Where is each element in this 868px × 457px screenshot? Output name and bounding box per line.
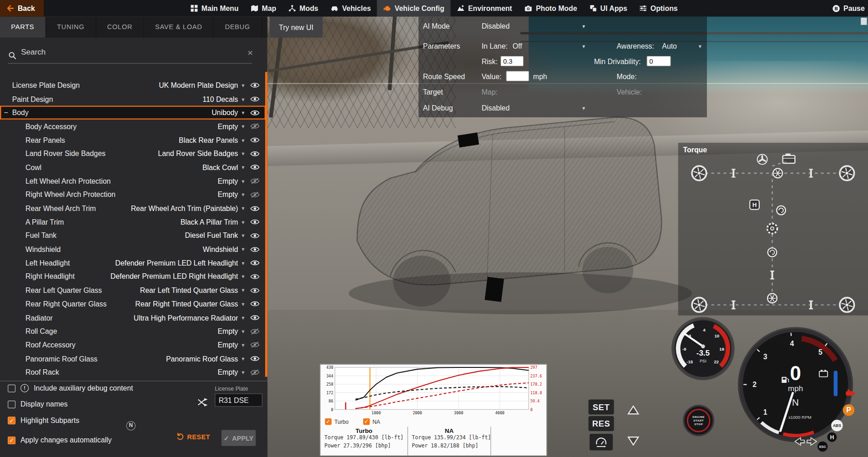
visibility-eye-icon[interactable]	[248, 96, 261, 103]
cruise-down-arrow[interactable]	[627, 436, 640, 446]
min-drivability-input[interactable]	[646, 56, 671, 66]
option-row[interactable]: ✓Highlight Subparts	[0, 412, 133, 428]
part-value[interactable]: UK Modern Plate Design	[159, 81, 238, 90]
tab-debug[interactable]: DEBUG	[214, 17, 262, 38]
chevron-down-icon[interactable]: ▾	[238, 342, 248, 348]
chevron-down-icon[interactable]: ▾	[238, 178, 248, 184]
cruise-res-button[interactable]: RES	[589, 416, 614, 431]
chevron-down-icon[interactable]: ▾	[582, 105, 585, 111]
part-row[interactable]: A Pillar TrimBlack A Pillar Trim▾	[0, 215, 266, 229]
menu-item-photo-mode[interactable]: Photo Mode	[518, 0, 583, 17]
part-row[interactable]: Right Wheel Arch ProtectionEmpty▾	[0, 188, 266, 201]
menu-item-environment[interactable]: Environment	[450, 0, 518, 17]
part-row[interactable]: Left Wheel Arch ProtectionEmpty▾	[0, 174, 266, 188]
part-row[interactable]: −BodyUnibody▾	[0, 106, 266, 120]
cruise-up-arrow[interactable]	[627, 405, 640, 415]
legend-item-turbo[interactable]: ✓Turbo	[325, 418, 348, 425]
part-row[interactable]: CowlBlack Cowl▾	[0, 161, 266, 174]
engine-start-stop-button[interactable]: ENGINESTARTSTOP	[684, 406, 714, 436]
chevron-down-icon[interactable]: ▾	[238, 369, 248, 375]
parts-scrollbar[interactable]	[265, 72, 267, 377]
visibility-eye-icon[interactable]	[248, 137, 261, 144]
chevron-down-icon[interactable]: ▾	[238, 328, 248, 334]
visibility-eye-icon[interactable]	[248, 355, 261, 362]
part-value[interactable]: Land Rover Side Badges	[158, 150, 238, 158]
in-lane-value[interactable]: Off	[513, 42, 522, 50]
chevron-down-icon[interactable]: ▾	[238, 287, 248, 293]
chevron-down-icon[interactable]: ▾	[238, 315, 248, 321]
part-row[interactable]: Roll CageEmpty▾	[0, 325, 266, 338]
chevron-down-icon[interactable]: ▾	[238, 274, 248, 280]
checkbox-checked-icon[interactable]: ✓	[325, 418, 332, 425]
part-value[interactable]: Rear Right Tinted Quarter Glass	[135, 300, 238, 308]
chevron-down-icon[interactable]: ▾	[238, 233, 248, 239]
part-value[interactable]: Black Cowl	[202, 163, 238, 171]
part-value[interactable]: Empty	[217, 368, 238, 377]
part-value[interactable]: Windshield	[203, 245, 238, 253]
part-row[interactable]: Roof RackEmpty▾	[0, 366, 266, 377]
visibility-eye-icon[interactable]	[248, 301, 261, 307]
tab-save-load[interactable]: SAVE & LOAD	[144, 17, 214, 38]
part-row[interactable]: RadiatorUltra High Performance Radiator▾	[0, 311, 266, 324]
chevron-down-icon[interactable]: ▾	[238, 82, 248, 88]
visibility-eye-off-icon[interactable]	[248, 191, 261, 198]
menu-item-ui-apps[interactable]: UI Apps	[583, 0, 633, 17]
try-new-ui-button[interactable]: Try new UI	[270, 17, 323, 38]
checkbox-unchecked-icon[interactable]	[8, 384, 15, 392]
visibility-eye-icon[interactable]	[248, 205, 261, 212]
option-row[interactable]: !Include auxiliary debug content	[0, 380, 133, 396]
awareness-value[interactable]: Auto	[662, 42, 677, 50]
chevron-down-icon[interactable]: ▾	[238, 96, 248, 102]
chevron-down-icon[interactable]: ▾	[582, 43, 585, 49]
ai-debug-value[interactable]: Disabled	[482, 104, 510, 112]
menu-item-vehicle-config[interactable]: Vehicle Config	[377, 0, 450, 17]
visibility-eye-icon[interactable]	[248, 110, 261, 116]
part-value[interactable]: Ultra High Performance Radiator	[134, 313, 238, 321]
part-value[interactable]: 110 Decals	[202, 95, 238, 103]
part-row[interactable]: Rear PanelsBlack Rear Panels▾	[0, 133, 266, 147]
part-row[interactable]: Left HeadlightDefender Premium LED Left …	[0, 256, 266, 270]
collapse-indicator[interactable]: −	[4, 109, 8, 117]
part-value[interactable]: Empty	[217, 177, 238, 185]
menu-item-main-menu[interactable]: Main Menu	[184, 0, 245, 17]
part-value[interactable]: Black Rear Panels	[179, 136, 238, 144]
part-value[interactable]: Empty	[217, 327, 238, 335]
reset-button[interactable]: RESET	[176, 432, 210, 442]
chevron-down-icon[interactable]: ▾	[238, 164, 248, 170]
part-row[interactable]: Fuel TankDiesel Fuel Tank▾	[0, 229, 266, 242]
checkbox-checked-icon[interactable]: ✓	[8, 436, 15, 444]
back-button[interactable]: Back	[0, 0, 44, 17]
visibility-eye-icon[interactable]	[248, 273, 261, 280]
part-row[interactable]: Rear Right Quarter GlassRear Right Tinte…	[0, 297, 266, 311]
part-row[interactable]: License Plate DesignUK Modern Plate Desi…	[0, 79, 266, 92]
risk-input[interactable]	[500, 56, 524, 66]
part-value[interactable]: Black A Pillar Trim	[181, 218, 238, 226]
checkbox-unchecked-icon[interactable]	[8, 400, 15, 408]
visibility-eye-icon[interactable]	[248, 287, 261, 294]
cruise-set-button[interactable]: SET	[589, 400, 614, 415]
visibility-eye-icon[interactable]	[248, 246, 261, 253]
visibility-eye-icon[interactable]	[248, 219, 261, 226]
tab-tuning[interactable]: TUNING	[46, 17, 96, 38]
part-value[interactable]: Rear Wheel Arch Trim (Paintable)	[131, 204, 238, 212]
clear-search-icon[interactable]: ×	[247, 48, 253, 59]
menu-item-options[interactable]: Options	[633, 0, 684, 17]
visibility-eye-icon[interactable]	[248, 164, 261, 171]
visibility-eye-off-icon[interactable]	[248, 369, 261, 376]
chevron-down-icon[interactable]: ▾	[238, 151, 248, 156]
legend-item-na[interactable]: ✓NA	[363, 418, 380, 425]
chevron-down-icon[interactable]: ▾	[238, 260, 248, 266]
route-speed-value-input[interactable]	[506, 71, 529, 81]
visibility-eye-off-icon[interactable]	[248, 123, 261, 130]
part-value[interactable]: Diesel Fuel Tank	[185, 231, 238, 240]
part-value[interactable]: Unibody	[212, 109, 238, 117]
menu-item-map[interactable]: Map	[245, 0, 283, 17]
part-row[interactable]: Body AccessoryEmpty▾	[0, 120, 266, 133]
part-row[interactable]: Roof AccessoryEmpty▾	[0, 338, 266, 352]
part-value[interactable]: Rear Left Tinted Quarter Glass	[140, 286, 238, 294]
chevron-down-icon[interactable]: ▾	[238, 356, 248, 362]
part-row[interactable]: Land Rover Side BadgesLand Rover Side Ba…	[0, 147, 266, 161]
checkbox-checked-icon[interactable]: ✓	[8, 417, 15, 424]
visibility-eye-off-icon[interactable]	[248, 178, 261, 185]
menu-item-vehicles[interactable]: Vehicles	[324, 0, 377, 17]
